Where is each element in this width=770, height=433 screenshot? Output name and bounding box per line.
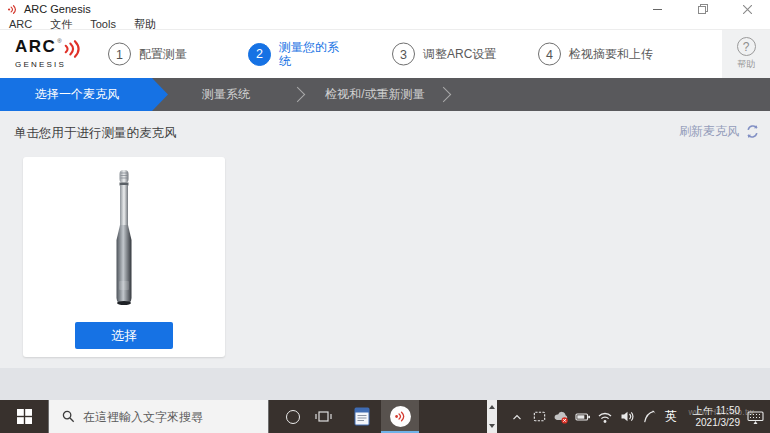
microphone-image[interactable] (101, 167, 147, 313)
restore-icon[interactable] (680, 0, 725, 18)
battery-icon[interactable] (572, 400, 594, 433)
document-app-icon[interactable] (343, 400, 381, 433)
arc-genesis-icon (390, 406, 411, 427)
taskbar-scroll-control[interactable] (487, 400, 497, 433)
arc-genesis-taskbar-icon[interactable] (381, 400, 419, 433)
instruction-text: 单击您用于进行测量的麦克风 (14, 125, 177, 142)
system-tray: 英 (506, 400, 682, 433)
arc-genesis-icon (7, 4, 18, 15)
minimize-icon[interactable] (635, 0, 680, 18)
windows-logo-icon (17, 409, 32, 424)
help-button[interactable]: ? 帮助 (722, 30, 770, 78)
refresh-microphones-link[interactable]: 刷新麦克风 (679, 123, 760, 140)
refresh-icon (745, 124, 760, 139)
volume-icon[interactable] (616, 400, 638, 433)
pen-icon[interactable] (638, 400, 660, 433)
breadcrumb-measure-system[interactable]: 测量系统 (170, 78, 282, 111)
window-title: ARC Genesis (24, 3, 91, 15)
scroll-up-icon[interactable] (489, 405, 495, 409)
main-content: 单击您用于进行测量的麦克风 刷新麦克风 (0, 111, 770, 400)
menu-help[interactable]: 帮助 (125, 18, 165, 30)
menu-file[interactable]: 文件 (41, 18, 81, 30)
wizard-header: ARC® GENESIS 1 配置测量 2 测量您的系统 3 调整ARC设置 4… (0, 30, 770, 78)
wifi-icon[interactable] (594, 400, 616, 433)
app-window: ARC Genesis ARC 文件 Tools 帮助 ARC® GENESIS… (0, 0, 770, 433)
touch-keyboard-icon[interactable] (744, 400, 767, 433)
menu-arc[interactable]: ARC (0, 18, 41, 30)
logo-text: ARC (15, 38, 56, 55)
window-controls (635, 0, 770, 18)
ime-indicator[interactable]: 英 (660, 400, 682, 433)
menu-bar: ARC 文件 Tools 帮助 (0, 18, 770, 30)
scroll-down-icon[interactable] (489, 424, 495, 428)
step-2-measure[interactable]: 2 测量您的系统 (248, 40, 347, 68)
hidden-icons-chevron[interactable] (506, 400, 528, 433)
menu-tools[interactable]: Tools (81, 18, 125, 30)
tablet-icon[interactable] (528, 400, 550, 433)
breadcrumb-review-remeasure[interactable]: 检视和/或重新测量 (312, 78, 438, 111)
logo-subtext: GENESIS (15, 60, 85, 69)
taskbar-search[interactable] (48, 400, 269, 433)
footer-strip (0, 368, 770, 400)
chevron-right-icon (290, 87, 306, 103)
step-1-configure[interactable]: 1 配置测量 (108, 43, 187, 66)
sound-waves-icon (63, 38, 85, 60)
step-4-review[interactable]: 4 检视摘要和上传 (538, 43, 653, 66)
cloud-error-icon[interactable] (550, 400, 572, 433)
breadcrumb: 选择一个麦克风 测量系统 检视和/或重新测量 (0, 78, 770, 111)
taskbar: 英 上午 11:50 2021/3/29 www.HD.club.tw (0, 400, 770, 433)
taskbar-clock[interactable]: 上午 11:50 2021/3/29 (684, 405, 740, 429)
clock-time: 上午 11:50 (684, 405, 740, 417)
breadcrumb-select-microphone[interactable]: 选择一个麦克风 (0, 78, 168, 111)
question-icon: ? (737, 37, 756, 56)
start-button[interactable] (0, 400, 48, 433)
search-input[interactable] (83, 410, 268, 424)
step-3-adjust[interactable]: 3 调整ARC设置 (392, 43, 496, 66)
close-icon[interactable] (725, 0, 770, 18)
search-icon (62, 410, 75, 423)
microphone-card[interactable]: 选择 (23, 157, 225, 357)
title-bar: ARC Genesis (0, 0, 770, 18)
select-button[interactable]: 选择 (75, 322, 173, 349)
chevron-right-icon (436, 87, 452, 103)
task-view-icon[interactable] (304, 400, 342, 433)
arc-genesis-logo: ARC® GENESIS (15, 38, 85, 69)
clock-date: 2021/3/29 (684, 417, 740, 429)
